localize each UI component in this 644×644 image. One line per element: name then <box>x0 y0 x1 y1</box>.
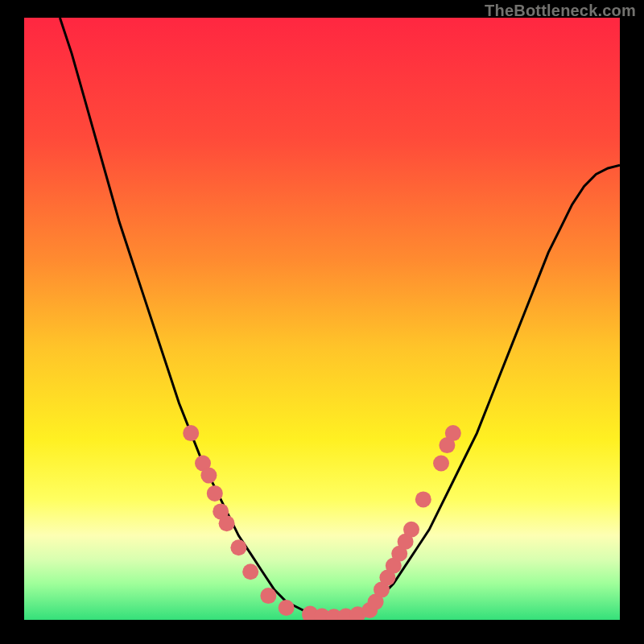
plot-background <box>24 18 620 620</box>
data-dot <box>200 468 217 484</box>
data-dot <box>242 564 258 580</box>
data-dot <box>433 456 449 472</box>
attribution-text: TheBottleneck.com <box>485 2 636 20</box>
data-dot <box>415 491 431 507</box>
data-dot <box>260 588 276 604</box>
data-dot <box>207 485 223 502</box>
chart-canvas <box>0 0 644 644</box>
data-dot <box>230 539 246 555</box>
data-dot <box>279 600 295 616</box>
chart-root: TheBottleneck.com <box>0 0 644 644</box>
data-dot <box>183 425 199 441</box>
data-dot <box>219 515 235 531</box>
data-dot <box>403 522 419 538</box>
data-dot <box>445 425 461 441</box>
